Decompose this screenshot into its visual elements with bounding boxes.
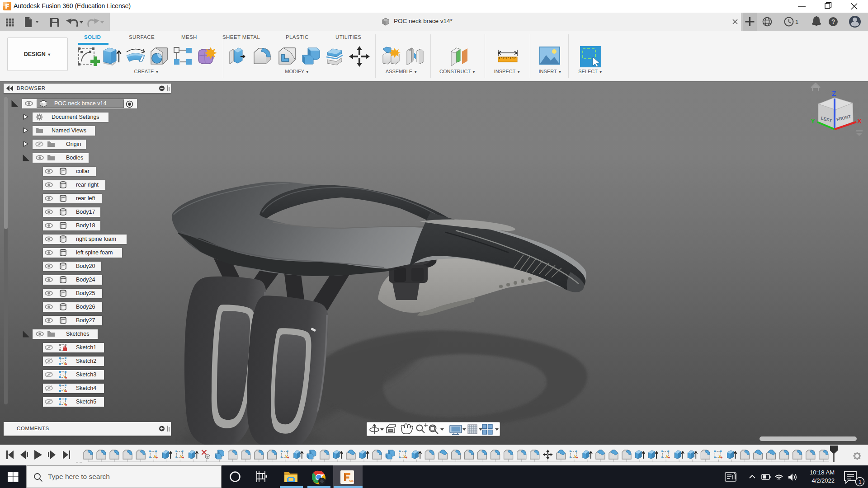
svg-text:X: X: [857, 117, 862, 125]
svg-text:Y: Y: [811, 117, 815, 125]
svg-text:1: 1: [795, 19, 798, 25]
svg-text:Z: Z: [832, 89, 836, 97]
svg-text:360: 360: [349, 480, 354, 483]
svg-text:1: 1: [859, 479, 862, 485]
svg-text:?: ?: [831, 18, 835, 25]
